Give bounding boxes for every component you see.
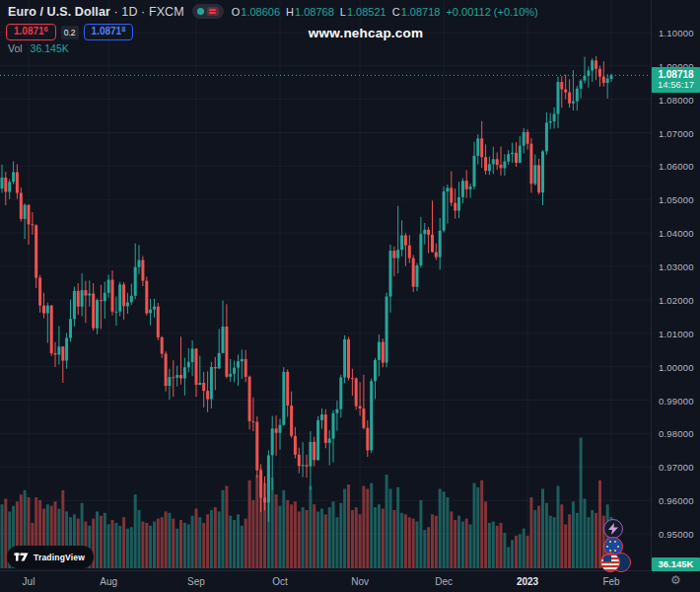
volume-bar bbox=[343, 488, 346, 568]
volume-bar bbox=[492, 522, 495, 569]
volume-bar bbox=[104, 513, 106, 568]
price-tick-label: 1.00000 bbox=[659, 361, 694, 372]
volume-bar bbox=[473, 483, 476, 568]
chart-pane[interactable] bbox=[0, 0, 651, 570]
time-tick-label: Oct bbox=[272, 576, 288, 587]
volume-bar bbox=[446, 497, 449, 568]
volume-bar bbox=[591, 510, 594, 568]
volume-bar bbox=[351, 510, 354, 568]
visibility-dot-icon[interactable] bbox=[197, 8, 204, 15]
price-tick-label: 1.01000 bbox=[659, 328, 694, 338]
candle-body bbox=[73, 291, 76, 320]
candle-body bbox=[214, 367, 217, 368]
volume-bar bbox=[378, 504, 381, 568]
volume-bar bbox=[519, 534, 522, 568]
candle-body bbox=[179, 375, 182, 378]
volume-bar bbox=[114, 523, 117, 568]
price-tick-label: 1.10000 bbox=[659, 27, 694, 37]
candle-body bbox=[149, 310, 152, 314]
volume-bar bbox=[245, 519, 247, 568]
candle-body bbox=[286, 372, 289, 406]
candle-body bbox=[222, 327, 225, 353]
candle-body bbox=[545, 122, 548, 151]
last-price-label: 1.08718 14:56:17 bbox=[652, 67, 700, 93]
candle-body bbox=[1, 178, 4, 188]
candle-body bbox=[275, 428, 278, 432]
sell-bid-button[interactable]: 1.08716 bbox=[6, 24, 56, 40]
candle-body bbox=[28, 205, 31, 225]
volume-bar bbox=[332, 501, 335, 568]
volume-bar bbox=[537, 506, 540, 568]
volume-bar bbox=[313, 504, 315, 568]
candle-body bbox=[469, 186, 472, 189]
volume-indicator-legend: Vol 36.145K bbox=[8, 42, 69, 54]
candle-body bbox=[118, 284, 121, 311]
candle-body bbox=[359, 407, 362, 408]
candle-body bbox=[141, 260, 144, 281]
volume-bar bbox=[324, 514, 327, 568]
buy-ask-button[interactable]: 1.08718 bbox=[84, 24, 134, 40]
candle-body bbox=[161, 337, 164, 354]
close-value: 1.08718 bbox=[401, 6, 441, 18]
candle-body bbox=[81, 290, 84, 307]
volume-bar bbox=[412, 519, 415, 568]
volume-bar bbox=[183, 523, 186, 568]
candle-body bbox=[218, 353, 221, 369]
candle-body bbox=[241, 359, 244, 361]
candle-body bbox=[511, 153, 514, 154]
volume-bar bbox=[359, 514, 362, 568]
volume-bar bbox=[564, 524, 567, 568]
candle-body bbox=[576, 89, 579, 102]
candle-body bbox=[12, 173, 15, 183]
price-tick-label: 0.97000 bbox=[659, 462, 694, 473]
volume-bar bbox=[328, 507, 331, 568]
tradingview-logo[interactable]: TradingView bbox=[7, 546, 94, 568]
events-lightning-icon[interactable] bbox=[603, 519, 623, 539]
candle-body bbox=[35, 225, 37, 277]
volume-bar bbox=[198, 517, 201, 568]
interval-label: 1D bbox=[121, 5, 137, 19]
volume-bar bbox=[191, 516, 194, 568]
volume-bar bbox=[553, 517, 556, 568]
source-toggle[interactable] bbox=[192, 4, 224, 19]
volume-bar bbox=[507, 547, 510, 568]
candle-body bbox=[248, 377, 251, 421]
volume-bar bbox=[431, 514, 434, 568]
candle-body bbox=[454, 203, 456, 211]
gear-icon[interactable]: ⚙ bbox=[670, 573, 681, 587]
us-flag-icon[interactable] bbox=[600, 553, 631, 572]
price-tick-label: 1.08000 bbox=[659, 94, 694, 105]
candle-body bbox=[507, 154, 510, 162]
time-axis[interactable]: JulAugSepOctNovDec2023Feb bbox=[0, 570, 700, 592]
symbol-title[interactable]: Euro / U.S. Dollar · 1D · FXCM bbox=[8, 5, 184, 19]
time-tick-label: Sep bbox=[187, 576, 205, 587]
tradingview-chart-window: www.nehcap.com Euro / U.S. Dollar · 1D ·… bbox=[0, 0, 700, 592]
candle-body bbox=[519, 146, 522, 163]
volume-bar bbox=[423, 530, 426, 568]
volume-bar bbox=[396, 487, 399, 568]
candle-body bbox=[435, 253, 438, 258]
volume-bar bbox=[568, 514, 571, 568]
volume-bar bbox=[443, 491, 446, 568]
candle-body bbox=[404, 236, 407, 246]
candle-body bbox=[195, 348, 198, 385]
candle-body bbox=[533, 165, 536, 184]
candle-body bbox=[107, 280, 110, 293]
candle-body bbox=[88, 294, 91, 296]
menu-icon[interactable] bbox=[207, 7, 219, 16]
spread-value: 0.2 bbox=[61, 26, 79, 39]
time-tick-label: Jul bbox=[23, 576, 35, 587]
candle-body bbox=[31, 224, 34, 225]
volume-bar bbox=[339, 503, 342, 568]
volume-bar bbox=[214, 507, 217, 568]
candle-body bbox=[114, 312, 117, 313]
volume-bar bbox=[122, 517, 125, 568]
volume-bar bbox=[222, 490, 225, 568]
price-tick-label: 1.07000 bbox=[659, 127, 694, 138]
volume-bar bbox=[488, 523, 491, 568]
volume-bar bbox=[241, 526, 244, 568]
candle-body bbox=[443, 191, 446, 231]
volume-bar bbox=[469, 524, 472, 568]
candle-body bbox=[496, 159, 499, 165]
volume-bar bbox=[202, 523, 205, 568]
